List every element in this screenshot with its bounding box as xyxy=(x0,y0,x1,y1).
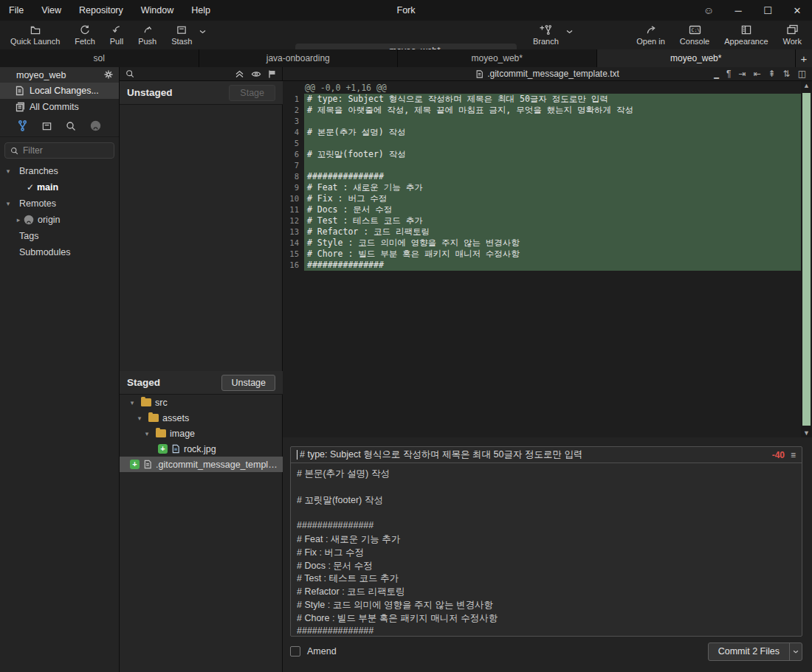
fork-app-window: File View Repository Window Help Fork ☺ … xyxy=(0,0,812,672)
stage-button[interactable]: Stage xyxy=(229,85,275,101)
tree-branch-main[interactable]: ✓ main xyxy=(0,179,119,195)
push-button[interactable]: Push xyxy=(131,21,164,49)
flag-icon[interactable] xyxy=(268,69,276,78)
appearance-button[interactable]: Appearance xyxy=(717,21,775,49)
pull-button[interactable]: Pull xyxy=(103,21,131,49)
split-view-icon[interactable]: ◫ xyxy=(798,67,806,81)
commit-message-box: # type: Subject 형식으로 작성하며 제목은 최대 50글자 정도… xyxy=(290,446,802,637)
unstage-button[interactable]: Unstage xyxy=(221,375,275,391)
feedback-smiley-icon[interactable]: ☺ xyxy=(694,0,723,21)
menu-help[interactable]: Help xyxy=(182,0,219,21)
scroll-down-arrow-icon[interactable]: ▼ xyxy=(801,429,812,437)
collapse-arrow-icon[interactable]: ▾ xyxy=(134,415,145,422)
stash-box-icon xyxy=(176,24,187,35)
tab-moyeo-web-2-active[interactable]: moyeo_web* xyxy=(597,49,796,67)
diff-line: 12# Test : 테스트 코드 추가 xyxy=(283,215,812,226)
staged-header: Staged Unstage xyxy=(120,371,283,395)
commit-button[interactable]: Commit 2 Files xyxy=(709,643,789,660)
search-view-icon[interactable] xyxy=(66,121,76,131)
unstaged-label: Unstaged xyxy=(127,87,229,98)
diff-line: 10# Fix : 버그 수정 xyxy=(283,193,812,204)
whitespace-toggle-icon[interactable]: ‗ xyxy=(714,67,719,81)
tree-submodules[interactable]: Submodules xyxy=(0,244,119,260)
diff-scrollbar[interactable]: ▲ ▼ xyxy=(801,81,812,437)
tab-moyeo-web-1[interactable]: moyeo_web* xyxy=(398,49,597,67)
collapse-arrow-icon[interactable]: ▾ xyxy=(3,200,13,207)
console-button[interactable]: C:\ Console xyxy=(672,21,717,49)
diff-view: @@ -0,0 +1,16 @@ 1# type: Subject 형식으로 작… xyxy=(283,81,812,437)
tree-remote-origin[interactable]: ▸ origin xyxy=(0,212,119,228)
staged-folder-image[interactable]: ▾ image xyxy=(120,426,283,441)
staged-file-gitcommit-template[interactable]: + .gitcommit_message_templa... xyxy=(120,457,283,472)
line-spacing-icon[interactable]: ⇅ xyxy=(783,67,791,81)
stashes-view-icon[interactable] xyxy=(41,121,52,131)
menu-view[interactable]: View xyxy=(32,0,70,21)
staged-folder-assets[interactable]: ▾ assets xyxy=(120,410,283,426)
collapse-all-icon[interactable] xyxy=(235,70,244,78)
expand-arrow-icon[interactable]: ▸ xyxy=(13,216,24,224)
sidebar-item-local-changes[interactable]: Local Changes... xyxy=(0,83,119,99)
changes-minibar xyxy=(120,67,282,81)
tree-tags[interactable]: Tags xyxy=(0,228,119,244)
close-button[interactable]: ✕ xyxy=(782,0,812,21)
hunk-header: @@ -0,0 +1,16 @@ xyxy=(283,83,812,94)
diff-line: 1# type: Subject 형식으로 작성하며 제목은 최대 50글자 정… xyxy=(283,94,812,105)
text-caret xyxy=(297,450,297,460)
diff-line: 11# Docs : 문서 수정 xyxy=(283,204,812,215)
commit-dropdown-chevron[interactable] xyxy=(789,643,802,660)
pilcrow-icon[interactable]: ¶ xyxy=(726,67,731,81)
collapse-arrow-icon[interactable]: ▾ xyxy=(142,430,152,437)
stash-dropdown-chevron[interactable] xyxy=(199,21,209,49)
scroll-up-arrow-icon[interactable]: ▲ xyxy=(801,82,812,89)
diff-line: 6# 꼬릿말(footer) 작성 xyxy=(283,149,812,160)
stash-button[interactable]: Stash xyxy=(164,21,199,49)
search-icon[interactable] xyxy=(125,69,134,78)
diff-filename: .gitcommit_message_template.txt xyxy=(487,69,619,79)
staged-folder-src[interactable]: ▾ src xyxy=(120,395,283,410)
workspace-button[interactable]: Work xyxy=(776,21,809,49)
diff-line: 8############### xyxy=(283,171,812,182)
amend-option[interactable]: Amend xyxy=(290,646,337,657)
fetch-button[interactable]: Fetch xyxy=(67,21,103,49)
scrollbar-thumb[interactable] xyxy=(802,93,811,426)
collapse-arrow-icon[interactable]: ▾ xyxy=(3,167,13,175)
maximize-button[interactable]: ☐ xyxy=(753,0,782,21)
commit-panel: # type: Subject 형식으로 작성하며 제목은 최대 50글자 정도… xyxy=(283,437,812,672)
sidebar-item-all-commits[interactable]: All Commits xyxy=(0,99,119,115)
current-branch-check-icon: ✓ xyxy=(24,182,37,193)
filter-input[interactable]: Filter xyxy=(4,142,114,159)
windows-stack-icon xyxy=(786,24,799,35)
increase-context-icon[interactable]: ⇞ xyxy=(768,67,776,81)
word-wrap-icon[interactable]: ⇥ xyxy=(738,67,746,81)
commit-subject-input[interactable]: # type: Subject 형식으로 작성하며 제목은 최대 50글자 정도… xyxy=(291,447,802,463)
staged-file-rock-jpg[interactable]: + rock.jpg xyxy=(120,441,283,457)
commit-body-input[interactable]: # 본문(추가 설명) 작성 # 꼬릿말(footer) 작성 ########… xyxy=(291,463,802,642)
open-in-button[interactable]: Open in xyxy=(629,21,672,49)
branch-button[interactable]: Branch xyxy=(526,21,566,49)
branch-dropdown-chevron[interactable] xyxy=(566,21,576,49)
github-icon[interactable] xyxy=(90,120,101,131)
minimize-button[interactable]: ─ xyxy=(723,0,753,21)
quick-launch-button[interactable]: Quick Launch xyxy=(3,21,67,49)
chevron-down-icon xyxy=(199,30,206,34)
menu-file[interactable]: File xyxy=(0,0,32,21)
diff-line: 14# Style : 코드 의미에 영향을 주지 않는 변경사항 xyxy=(283,238,812,249)
collapse-arrow-icon[interactable]: ▾ xyxy=(127,399,137,406)
menu-window[interactable]: Window xyxy=(132,0,182,21)
new-tab-button[interactable]: + xyxy=(796,49,812,67)
branches-view-icon[interactable] xyxy=(18,120,27,131)
menu-repository[interactable]: Repository xyxy=(70,0,132,21)
amend-checkbox[interactable] xyxy=(290,646,300,657)
amend-label: Amend xyxy=(307,646,337,657)
diff-line: 5 xyxy=(283,138,812,149)
decrease-context-icon[interactable]: ⇤ xyxy=(753,67,760,81)
subject-options-icon[interactable]: ≡ xyxy=(791,450,796,460)
settings-gear-icon[interactable] xyxy=(103,69,114,80)
eye-icon[interactable] xyxy=(251,70,261,78)
tab-sol[interactable]: sol xyxy=(0,49,199,67)
new-branch-icon xyxy=(539,24,552,35)
folder-icon xyxy=(156,429,166,437)
tree-remotes[interactable]: ▾ Remotes xyxy=(0,195,119,212)
tree-branches[interactable]: ▾ Branches xyxy=(0,163,119,179)
tab-java-onboarding[interactable]: java-onboarding xyxy=(199,49,399,67)
